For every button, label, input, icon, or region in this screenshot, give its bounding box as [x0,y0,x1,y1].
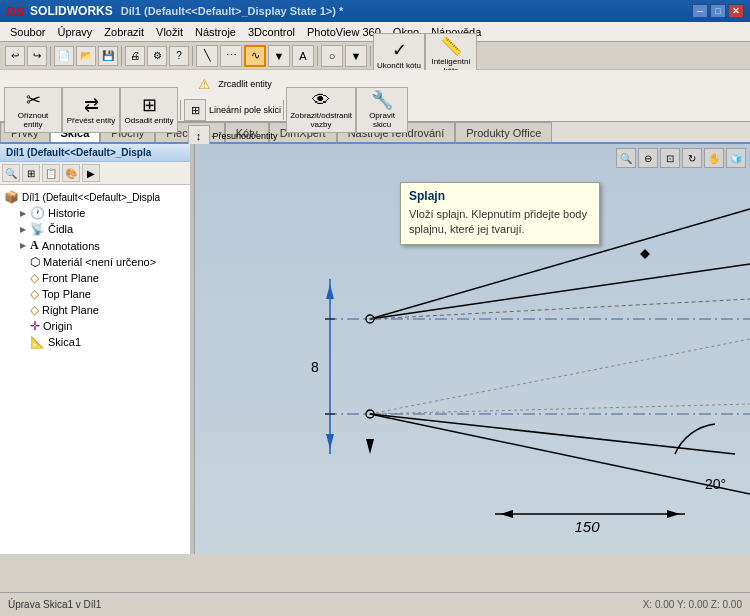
repair-icon: 🔧 [371,91,393,109]
mirror-warning-icon: ⚠ [193,73,215,95]
save-button[interactable]: 💾 [98,46,118,66]
tooltip-popup: Splajn Vloží splajn. Klepnutím přidejte … [400,182,600,245]
options-button[interactable]: ⚙ [147,46,167,66]
convert-icon: ⇄ [84,96,99,114]
main-area: Díl1 (Default<<Default>_Displa 🔍 ⊞ 📋 🎨 ▶… [0,144,750,554]
sidebar-tool-2[interactable]: ⊞ [22,164,40,182]
tree-item-root[interactable]: 📦 Díl1 (Default<<Default>_Displa [2,189,192,205]
history-icon: 🕐 [30,206,45,220]
toolbar-row2: ✂ Oříznout entity ⇄ Převést entity ⊞ Ods… [0,70,750,122]
tree-item-annotations[interactable]: ▶ A Annotations [2,237,192,254]
smart-icon: 📏 [440,37,462,55]
feature-tree: 📦 Díl1 (Default<<Default>_Displa ▶ 🕐 His… [0,185,194,354]
tree-item-material[interactable]: ⬡ Materiál <není určeno> [2,254,192,270]
canvas-area[interactable]: 8 150 20° 🔍 ⊖ ⊡ ↻ ✋ 🧊 Splajn Vlož [195,144,750,554]
tooltip-body: Vloží splajn. Klepnutím přidejte body sp… [409,207,591,238]
view-toolbar: 🔍 ⊖ ⊡ ↻ ✋ 🧊 [616,148,746,168]
linear-icon[interactable]: ⊞ [184,99,206,121]
redo-button[interactable]: ↪ [27,46,47,66]
zoom-fit-button[interactable]: ⊡ [660,148,680,168]
new-button[interactable]: 📄 [54,46,74,66]
minimize-button[interactable]: ─ [692,4,708,18]
offset-button[interactable]: ⊞ Odsadit entity [120,87,178,133]
menu-3dcontrol[interactable]: 3Dcontrol [242,24,301,40]
sidebar-resize-handle[interactable] [190,144,194,554]
finish-icon: ✓ [392,41,407,59]
mirror-label: Zrcadlit entity [218,79,272,89]
tree-item-sensors[interactable]: ▶ 📡 Čidla [2,221,192,237]
sw-logo: DS [6,4,24,19]
maximize-button[interactable]: □ [710,4,726,18]
trim-icon: ✂ [26,91,41,109]
view3d-button[interactable]: 🧊 [726,148,746,168]
menu-upravy[interactable]: Úpravy [51,24,98,40]
spline-tool[interactable]: ∿ [244,45,266,67]
trim-button[interactable]: ✂ Oříznout entity [4,87,62,133]
open-button[interactable]: 📂 [76,46,96,66]
zoom-out-button[interactable]: ⊖ [638,148,658,168]
linear-label: Lineární pole skici [209,105,281,115]
move-label: Přesunout entity [213,131,278,141]
offset-label: Odsadit entity [125,116,174,125]
root-label: Díl1 (Default<<Default>_Displa [22,192,160,203]
separator4 [317,46,318,66]
repair-label: Opravit skicu [359,111,405,129]
tree-item-front-plane[interactable]: ◇ Front Plane [2,270,192,286]
tree-item-skica1[interactable]: 📐 Skica1 [2,334,192,350]
zoom-in-button[interactable]: 🔍 [616,148,636,168]
status-coords: X: 0.00 Y: 0.00 Z: 0.00 [643,599,742,610]
circle-dropdown[interactable]: ▼ [345,45,367,67]
show-hide-button[interactable]: 👁 Zobrazit/odstranit vazby [286,87,356,133]
rotate-button[interactable]: ↻ [682,148,702,168]
sidebar-tool-expand[interactable]: ▶ [82,164,100,182]
right-plane-icon: ◇ [30,303,39,317]
tree-item-history[interactable]: ▶ 🕐 Historie [2,205,192,221]
svg-text:20°: 20° [705,476,726,492]
print-button[interactable]: 🖨 [125,46,145,66]
text-tool[interactable]: A [292,45,314,67]
menu-soubor[interactable]: Soubor [4,24,51,40]
repair-button[interactable]: 🔧 Opravit skicu [356,87,408,133]
sensors-label: Čidla [48,223,73,235]
front-plane-label: Front Plane [42,272,99,284]
status-bar: Úprava Skica1 v Díl1 X: 0.00 Y: 0.00 Z: … [0,592,750,616]
tree-item-origin[interactable]: ✛ Origin [2,318,192,334]
sensors-icon: 📡 [30,222,45,236]
menu-nastroje[interactable]: Nástroje [189,24,242,40]
undo-button[interactable]: ↩ [5,46,25,66]
toolbar-row1: ↩ ↪ 📄 📂 💾 🖨 ⚙ ? ╲ ⋯ ∿ ▼ A ○ ▼ ✓ Ukončit … [0,42,750,70]
sidebar: Díl1 (Default<<Default>_Displa 🔍 ⊞ 📋 🎨 ▶… [0,144,195,554]
circle-tool[interactable]: ○ [321,45,343,67]
material-icon: ⬡ [30,255,40,269]
arrow1: ▶ [20,209,30,218]
sidebar-tool-1[interactable]: 🔍 [2,164,20,182]
convert-button[interactable]: ⇄ Převést entity [62,87,120,133]
sidebar-header: Díl1 (Default<<Default>_Displa [0,144,194,162]
top-plane-label: Top Plane [42,288,91,300]
tree-item-right-plane[interactable]: ◇ Right Plane [2,302,192,318]
help-button[interactable]: ? [169,46,189,66]
menu-vlozit[interactable]: Vložit [150,24,189,40]
close-button[interactable]: ✕ [728,4,744,18]
origin-label: Origin [43,320,72,332]
separator6 [180,100,181,120]
spline-dropdown[interactable]: ▼ [268,45,290,67]
pan-button[interactable]: ✋ [704,148,724,168]
tab-produkty-office[interactable]: Produkty Office [455,122,552,142]
title-bar: DS SOLIDWORKS Díl1 (Default<<Default>_Di… [0,0,750,22]
sidebar-tool-3[interactable]: 📋 [42,164,60,182]
show-hide-icon: 👁 [312,91,330,109]
root-icon: 📦 [4,190,19,204]
centerline-tool[interactable]: ⋯ [220,45,242,67]
skica1-label: Skica1 [48,336,81,348]
line-tool[interactable]: ╲ [196,45,218,67]
annotations-icon: A [30,238,39,253]
sidebar-tool-4[interactable]: 🎨 [62,164,80,182]
arrow2: ▶ [20,225,30,234]
tree-item-top-plane[interactable]: ◇ Top Plane [2,286,192,302]
svg-text:150: 150 [574,518,600,535]
app-name: SOLIDWORKS [30,4,113,18]
finish-label: Ukončit kótu [377,61,421,70]
skica1-icon: 📐 [30,335,45,349]
menu-zobrazit[interactable]: Zobrazit [98,24,150,40]
